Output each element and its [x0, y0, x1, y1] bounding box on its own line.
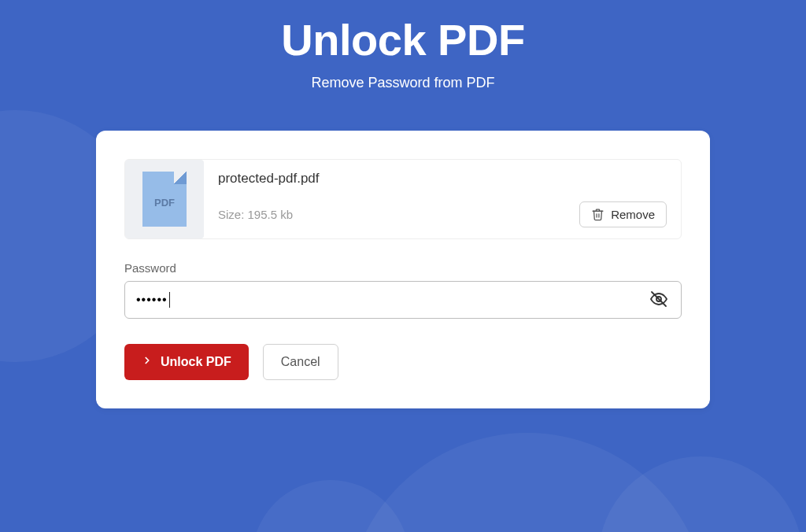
file-name: protected-pdf.pdf	[218, 171, 667, 187]
trash-icon	[591, 208, 604, 221]
cancel-button-label: Cancel	[281, 355, 320, 368]
remove-button[interactable]: Remove	[579, 201, 667, 227]
pdf-icon-label: PDF	[154, 197, 175, 209]
decorative-cloud	[252, 480, 409, 532]
text-caret	[169, 292, 170, 308]
page-title: Unlock PDF	[0, 14, 806, 65]
password-input-wrap	[124, 281, 682, 319]
eye-off-icon	[649, 290, 668, 311]
toggle-password-visibility-button[interactable]	[637, 290, 681, 311]
main-card: PDF protected-pdf.pdf Size: 195.5 kb	[96, 131, 710, 408]
chevron-right-icon	[142, 354, 153, 370]
page-header: Unlock PDF Remove Password from PDF	[0, 0, 806, 91]
password-input[interactable]	[125, 282, 637, 318]
file-size: Size: 195.5 kb	[218, 208, 293, 221]
file-info: protected-pdf.pdf Size: 195.5 kb Remove	[204, 160, 681, 238]
file-row: PDF protected-pdf.pdf Size: 195.5 kb	[124, 159, 682, 239]
file-meta: Size: 195.5 kb Remove	[218, 201, 667, 227]
action-buttons: Unlock PDF Cancel	[124, 344, 682, 380]
remove-button-label: Remove	[611, 208, 655, 221]
unlock-button[interactable]: Unlock PDF	[124, 344, 249, 380]
file-icon-container: PDF	[125, 160, 204, 238]
pdf-file-icon: PDF	[142, 172, 187, 227]
password-label: Password	[124, 261, 682, 275]
password-group: Password	[124, 261, 682, 319]
unlock-button-label: Unlock PDF	[161, 355, 231, 369]
page-subtitle: Remove Password from PDF	[0, 75, 806, 91]
cancel-button[interactable]: Cancel	[263, 344, 338, 380]
